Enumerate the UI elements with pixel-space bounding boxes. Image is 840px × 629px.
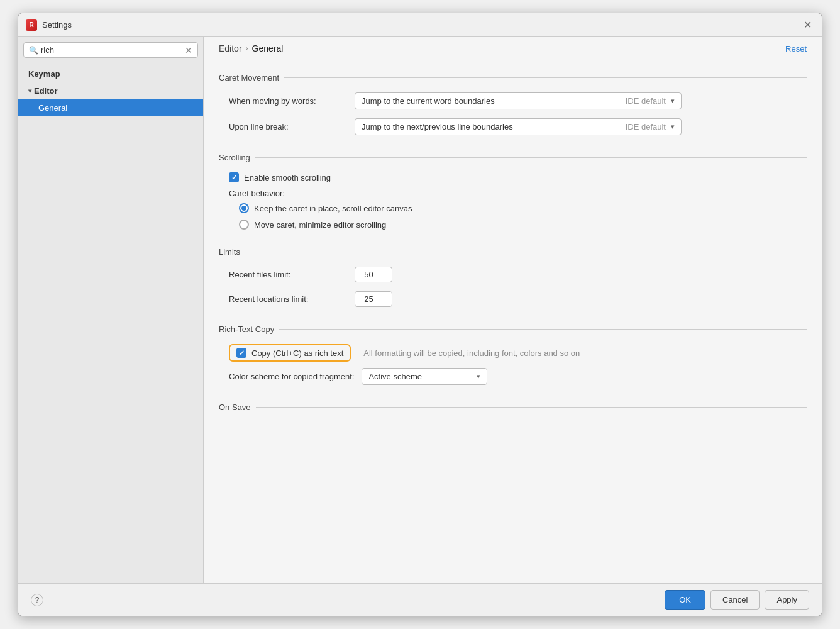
when-moving-dropdown[interactable]: Jump to the current word boundaries IDE … (355, 92, 682, 109)
radio-keep-label[interactable]: Keep the caret in place, scroll editor c… (254, 204, 412, 213)
rich-text-copy-header: Rich-Text Copy (219, 325, 807, 334)
caret-movement-header: Caret Movement (219, 73, 807, 82)
copy-rich-text-hint: All formatting will be copied, including… (363, 348, 580, 358)
sidebar: 🔍 ✕ Keymap ▾ Editor General (18, 37, 204, 583)
rich-text-copy-title: Rich-Text Copy (219, 325, 274, 334)
caret-movement-section: Caret Movement When moving by words: Jum… (219, 73, 807, 135)
upon-line-break-label: Upon line break: (229, 122, 355, 131)
close-button[interactable]: ✕ (801, 19, 814, 31)
on-save-header: On Save (219, 403, 807, 412)
editor-chevron-icon: ▾ (28, 87, 31, 94)
upon-line-break-dropdown[interactable]: Jump to the next/previous line boundarie… (355, 118, 682, 135)
limits-title: Limits (219, 247, 240, 257)
ok-button[interactable]: OK (665, 590, 705, 610)
rich-text-copy-section: Rich-Text Copy Copy (Ctrl+C) as rich tex… (219, 325, 807, 385)
breadcrumb-separator: › (246, 44, 248, 53)
content-body: Caret Movement When moving by words: Jum… (204, 60, 822, 583)
caret-movement-title: Caret Movement (219, 73, 279, 82)
radio-move-label[interactable]: Move caret, minimize editor scrolling (254, 220, 386, 230)
scrolling-header: Scrolling (219, 153, 807, 162)
sidebar-item-editor[interactable]: ▾ Editor (18, 82, 203, 99)
title-bar: R Settings ✕ (18, 13, 822, 37)
color-scheme-value: Active scheme (368, 372, 472, 381)
general-label: General (38, 103, 67, 113)
copy-rich-text-row: Copy (Ctrl+C) as rich text All formattin… (219, 344, 807, 362)
limits-header: Limits (219, 247, 807, 257)
on-save-section: On Save (219, 403, 807, 412)
color-scheme-arrow-icon: ▾ (477, 372, 480, 381)
color-scheme-dropdown[interactable]: Active scheme ▾ (362, 368, 487, 385)
recent-locations-label: Recent locations limit: (229, 294, 355, 304)
reset-button[interactable]: Reset (785, 44, 807, 53)
help-icon[interactable]: ? (31, 594, 43, 606)
recent-files-input[interactable] (355, 267, 392, 282)
radio-move-row: Move caret, minimize editor scrolling (239, 220, 807, 230)
app-icon: R (26, 19, 37, 31)
when-moving-hint: IDE default (626, 96, 666, 106)
copy-rich-text-highlight: Copy (Ctrl+C) as rich text (229, 344, 351, 362)
cancel-button[interactable]: Cancel (710, 590, 760, 610)
when-moving-value: Jump to the current word boundaries (362, 96, 621, 106)
color-scheme-label: Color scheme for copied fragment: (229, 372, 354, 381)
color-scheme-row: Color scheme for copied fragment: Active… (219, 368, 807, 385)
when-moving-row: When moving by words: Jump to the curren… (219, 92, 807, 109)
radio-keep-in-place[interactable] (239, 203, 249, 213)
recent-locations-control (355, 291, 807, 307)
scrolling-title: Scrolling (219, 153, 250, 162)
title-bar-left: R Settings (26, 19, 72, 31)
limits-divider (245, 252, 807, 252)
settings-window: R Settings ✕ 🔍 ✕ Keymap ▾ Editor (18, 13, 822, 616)
copy-rich-text-label[interactable]: Copy (Ctrl+C) as rich text (251, 348, 343, 358)
radio-move-caret[interactable] (239, 220, 249, 230)
limits-section: Limits Recent files limit: Recent locati… (219, 247, 807, 307)
breadcrumb-current: General (252, 43, 284, 53)
search-input[interactable] (41, 45, 182, 55)
scrolling-section: Scrolling Enable smooth scrolling Caret … (219, 153, 807, 230)
search-clear-button[interactable]: ✕ (185, 46, 192, 55)
recent-files-label: Recent files limit: (229, 270, 355, 279)
smooth-scrolling-row: Enable smooth scrolling (219, 172, 807, 182)
footer-buttons: OK Cancel Apply (665, 590, 809, 610)
rich-text-copy-divider (279, 329, 807, 330)
main-content: 🔍 ✕ Keymap ▾ Editor General (18, 37, 822, 583)
footer: ? OK Cancel Apply (18, 583, 822, 616)
smooth-scrolling-label[interactable]: Enable smooth scrolling (244, 173, 331, 182)
caret-behavior-radio-group: Keep the caret in place, scroll editor c… (219, 203, 807, 230)
caret-movement-divider (284, 77, 807, 78)
when-moving-arrow-icon: ▾ (671, 97, 675, 105)
copy-rich-text-checkbox[interactable] (236, 348, 246, 358)
on-save-title: On Save (219, 403, 251, 412)
recent-locations-input[interactable] (355, 291, 392, 307)
recent-locations-row: Recent locations limit: (219, 291, 807, 307)
caret-behavior-label: Caret behavior: (219, 189, 807, 198)
recent-files-row: Recent files limit: (219, 267, 807, 282)
keymap-label: Keymap (28, 69, 60, 79)
scrolling-divider (255, 157, 807, 158)
content-header: Editor › General Reset (204, 37, 822, 60)
sidebar-items: Keymap ▾ Editor General (18, 63, 203, 583)
radio-keep-row: Keep the caret in place, scroll editor c… (239, 203, 807, 213)
upon-line-break-value: Jump to the next/previous line boundarie… (362, 122, 621, 131)
upon-line-break-arrow-icon: ▾ (671, 123, 675, 131)
content-area: Editor › General Reset Caret Movement Wh… (204, 37, 822, 583)
when-moving-label: When moving by words: (229, 96, 355, 106)
editor-label: Editor (34, 86, 58, 96)
sidebar-item-keymap[interactable]: Keymap (18, 65, 203, 82)
breadcrumb: Editor › General (219, 43, 283, 53)
upon-line-break-row: Upon line break: Jump to the next/previo… (219, 118, 807, 135)
recent-files-control (355, 267, 807, 282)
apply-button[interactable]: Apply (765, 590, 809, 610)
upon-line-break-control: Jump to the next/previous line boundarie… (355, 118, 807, 135)
upon-line-break-hint: IDE default (626, 122, 666, 131)
when-moving-control: Jump to the current word boundaries IDE … (355, 92, 807, 109)
search-icon: 🔍 (29, 46, 38, 55)
sidebar-item-general[interactable]: General (18, 99, 203, 116)
breadcrumb-parent: Editor (219, 43, 242, 53)
on-save-divider (256, 407, 807, 408)
search-box[interactable]: 🔍 ✕ (23, 42, 198, 58)
smooth-scrolling-checkbox[interactable] (229, 172, 239, 182)
window-title: Settings (42, 20, 72, 30)
